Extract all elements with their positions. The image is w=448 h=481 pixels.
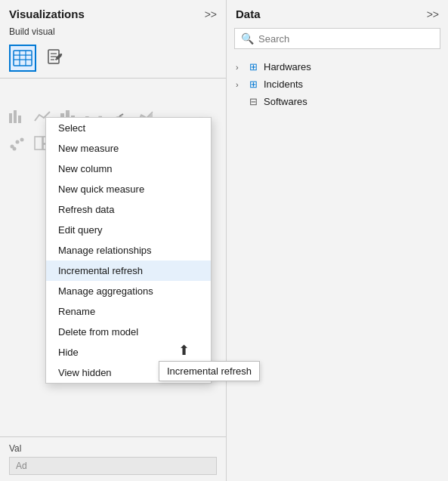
context-menu-edit-query[interactable]: Edit query [46,220,211,240]
tree-label-softwares: Softwares [264,96,307,107]
context-menu-select[interactable]: Select [46,118,211,138]
scatter-icon[interactable] [6,133,27,154]
data-panel: Data >> 🔍 › ⊞ Hardwares › ⊞ Incidents › … [227,0,448,481]
val-section: Val Ad [0,436,226,481]
context-menu-rename[interactable]: Rename [46,301,211,322]
data-panel-header: Data >> [227,0,448,25]
context-menu-incremental-refresh[interactable]: Incremental refresh [46,261,211,281]
viz-panel-expand-icon[interactable]: >> [205,8,217,20]
tree-item-incidents[interactable]: › ⊞ Incidents [233,76,442,93]
context-menu-new-quick-measure[interactable]: New quick measure [46,179,211,199]
search-icon: 🔍 [241,32,254,45]
val-box[interactable]: Ad [9,457,217,475]
tree-item-hardwares[interactable]: › ⊞ Hardwares [233,58,442,76]
svg-point-24 [20,138,24,142]
bar-chart-icon[interactable] [6,106,27,127]
svg-rect-0 [14,51,32,66]
incremental-refresh-tooltip: Incremental refresh [159,361,260,381]
viz-panel: Visualizations >> Build visual [0,0,227,481]
context-menu: Select New measure New column New quick … [45,117,212,384]
viz-divider [0,78,226,79]
data-tree: › ⊞ Hardwares › ⊞ Incidents › ⊟ Software… [227,55,448,481]
context-menu-new-column[interactable]: New column [46,159,211,179]
table-viz-button[interactable] [9,45,36,72]
context-menu-manage-relationships[interactable]: Manage relationships [46,240,211,261]
svg-point-23 [16,140,20,144]
table-icon-softwares: ⊟ [249,96,258,107]
data-panel-expand-icon[interactable]: >> [427,8,439,20]
svg-rect-14 [18,116,21,123]
table-icon-hardwares: ⊞ [249,61,258,72]
context-menu-delete-from-model[interactable]: Delete from model [46,322,211,342]
table-icon-incidents: ⊞ [249,79,258,90]
svg-point-25 [13,147,17,151]
tree-item-softwares[interactable]: › ⊟ Softwares [233,93,442,110]
viz-icons-row [0,42,226,78]
chevron-right-icon-incidents: › [236,80,246,89]
context-menu-manage-aggregations[interactable]: Manage aggregations [46,281,211,301]
build-visual-label: Build visual [0,25,226,42]
search-input[interactable] [258,33,434,45]
tree-label-hardwares: Hardwares [264,61,311,72]
chevron-right-icon: › [236,63,246,72]
svg-rect-12 [9,113,12,123]
val-label: Val [9,443,217,454]
context-menu-hide[interactable]: Hide [46,342,211,362]
context-menu-new-measure[interactable]: New measure [46,138,211,159]
viz-panel-title: Visualizations [9,8,85,20]
context-menu-refresh-data[interactable]: Refresh data [46,199,211,220]
edit-document-icon [46,48,66,68]
search-box: 🔍 [234,28,440,49]
edit-viz-button[interactable] [42,45,70,72]
svg-rect-13 [14,110,17,123]
table-grid-icon [13,50,32,66]
svg-rect-26 [35,137,42,150]
svg-line-20 [119,114,123,116]
viz-panel-header: Visualizations >> [0,0,226,25]
tree-label-incidents: Incidents [264,79,303,90]
data-panel-title: Data [236,8,261,20]
